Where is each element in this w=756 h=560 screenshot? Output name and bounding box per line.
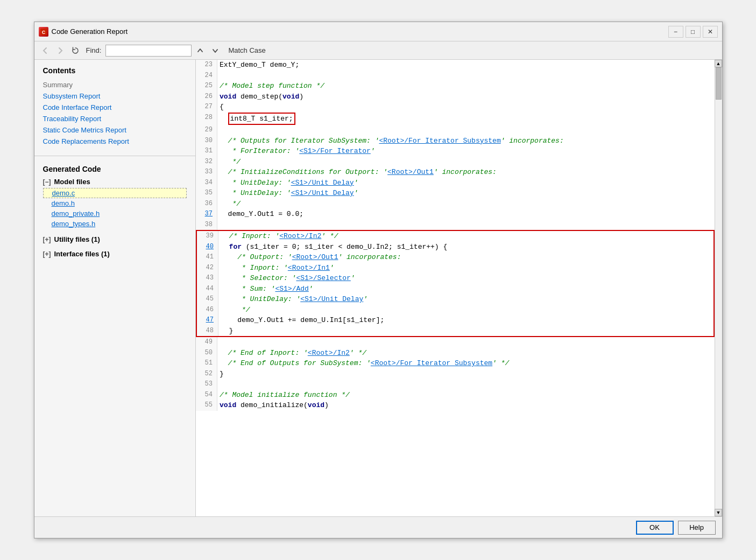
window-title: Code Generation Report [52,27,668,36]
line-code: /* Model initialize function */ [217,390,715,401]
line-code: /* Outputs for Iterator SubSystem: '<Roo… [217,136,715,146]
code-interface-link[interactable]: Code Interface Report [43,102,187,113]
minimize-button[interactable]: − [668,26,683,38]
s1-add-link[interactable]: <S1>/Add [275,285,308,293]
line-code: demo_Y.Out1 = 0.0; [217,209,715,220]
table-row: 26 void demo_step(void) [196,92,715,102]
line-num-link[interactable]: 47 [197,315,218,326]
demo-c-link[interactable]: demo.c [52,189,75,197]
root-in2-end-link[interactable]: <Root>/In2 [308,349,350,357]
code-replacements-link[interactable]: Code Replacements Report [43,136,187,147]
line-num: 28 [196,113,217,125]
red-box-highlight: 39 /* Inport: '<Root>/In2' */ 40 for (s1… [196,230,715,337]
table-row: 51 /* End of Outputs for SubSystem: '<Ro… [196,358,715,369]
line-num: 30 [196,136,217,146]
summary-link[interactable]: Summary [43,79,187,90]
table-row: 28 int8_T s1_iter; [196,113,715,125]
find-input[interactable] [105,45,192,57]
table-row: 32 */ [196,157,715,167]
line-code: * ForIterator: '<S1>/For Iterator' [217,146,715,157]
table-row: 30 /* Outputs for Iterator SubSystem: '<… [196,136,715,146]
line-code: */ [218,305,713,316]
scroll-track[interactable] [715,67,722,509]
vertical-scrollbar[interactable]: ▲ ▼ [715,60,722,516]
s1-unit-delay-link-2[interactable]: <S1>/Unit Delay [291,189,354,197]
utility-files-label: [+] Utility files (1) [43,235,187,243]
table-row: 29 [196,125,715,136]
root-out1-link2[interactable]: <Root>/Out1 [292,253,338,261]
refresh-button[interactable] [69,44,82,57]
line-code: ExtY_demo_T demo_Y; [217,60,715,71]
line-num-link[interactable]: 37 [196,209,217,220]
file-demo-private-h[interactable]: demo_private.h [43,208,187,219]
line-num-link[interactable]: 40 [197,242,218,253]
line-num: 35 [196,188,217,199]
code-content[interactable]: 23 ExtY_demo_T demo_Y; 24 25 /* Model st… [196,60,715,516]
table-row: 27 { [196,102,715,113]
table-row: 35 * UnitDelay: '<S1>/Unit Delay' [196,188,715,199]
line-num: 50 [196,348,217,359]
line-num: 39 [197,231,218,242]
help-button[interactable]: Help [678,521,716,535]
s1-selector-link[interactable]: <S1>/Selector [296,274,350,282]
find-up-button[interactable] [194,44,207,57]
scroll-thumb[interactable] [716,67,722,100]
line-num: 54 [196,390,217,401]
root-in2-link[interactable]: <Root>/In2 [279,232,321,240]
back-button[interactable] [39,44,52,57]
table-row: 43 * Selector: '<S1>/Selector' [197,273,713,284]
forward-button[interactable] [54,44,67,57]
scroll-down-button[interactable]: ▼ [715,509,722,516]
table-row: 49 [196,337,715,348]
maximize-button[interactable]: □ [686,26,701,38]
line-code: void demo_step(void) [217,92,715,102]
traceability-link[interactable]: Traceability Report [43,113,187,124]
root-for-iterator-link[interactable]: <Root>/For Iterator Subsystem [379,137,500,145]
line-code: { [217,102,715,113]
ok-button[interactable]: OK [636,521,674,535]
demo-types-h-link[interactable]: demo_types.h [52,220,96,228]
line-code: /* InitializeConditions for Outport: '<R… [217,167,715,178]
file-demo-types-h[interactable]: demo_types.h [43,219,187,229]
file-demo-c[interactable]: demo.c [43,188,187,198]
s1-unit-delay-link-3[interactable]: <S1>/Unit Delay [300,295,363,303]
table-row: 42 * Inport: '<Root>/In1' [197,263,713,274]
model-files-collapse[interactable]: [−] [43,178,51,186]
utility-files-collapse[interactable]: [+] [43,236,51,243]
line-code: * Inport: '<Root>/In1' [218,263,713,274]
line-num: 44 [197,284,218,295]
file-demo-h[interactable]: demo.h [43,198,187,208]
s1-unit-delay-link-1[interactable]: <S1>/Unit Delay [291,179,354,187]
line-num: 36 [196,199,217,209]
s1-for-iterator-link[interactable]: <S1>/For Iterator [299,147,371,155]
line-code: /* End of Outputs for SubSystem: '<Root>… [217,358,715,369]
code-table: 23 ExtY_demo_T demo_Y; 24 25 /* Model st… [196,60,715,230]
root-in1-link[interactable]: <Root>/In1 [288,264,330,272]
subsystem-report-link[interactable]: Subsystem Report [43,90,187,102]
divider [34,156,195,156]
static-metrics-link[interactable]: Static Code Metrics Report [43,124,187,136]
line-code: } [217,369,715,380]
line-num: 43 [197,273,218,284]
line-num: 46 [197,305,218,316]
main-window: C Code Generation Report − □ ✕ Find: Mat… [34,22,723,538]
interface-files-collapse[interactable]: [+] [43,250,51,258]
line-num: 26 [196,92,217,102]
line-code: } [218,326,713,337]
table-row: 55 void demo_initialize(void) [196,400,715,411]
scroll-up-button[interactable]: ▲ [715,60,722,67]
code-table-red-box: 39 /* Inport: '<Root>/In2' */ 40 for (s1… [197,231,713,336]
find-down-button[interactable] [209,44,222,57]
demo-private-h-link[interactable]: demo_private.h [52,209,100,218]
code-panel: 23 ExtY_demo_T demo_Y; 24 25 /* Model st… [196,60,715,516]
close-button[interactable]: ✕ [703,26,718,38]
line-code [217,337,715,348]
main-content: Contents Summary Subsystem Report Code I… [34,60,722,516]
root-for-iterator-end-link[interactable]: <Root>/For Iterator Subsystem [371,359,492,367]
table-row: 37 demo_Y.Out1 = 0.0; [196,209,715,220]
root-out1-link[interactable]: <Root>/Out1 [387,168,434,176]
line-code: * UnitDelay: '<S1>/Unit Delay' [217,178,715,188]
line-code [217,220,715,230]
demo-h-link[interactable]: demo.h [52,199,75,207]
line-code: /* Model step function */ [217,81,715,92]
